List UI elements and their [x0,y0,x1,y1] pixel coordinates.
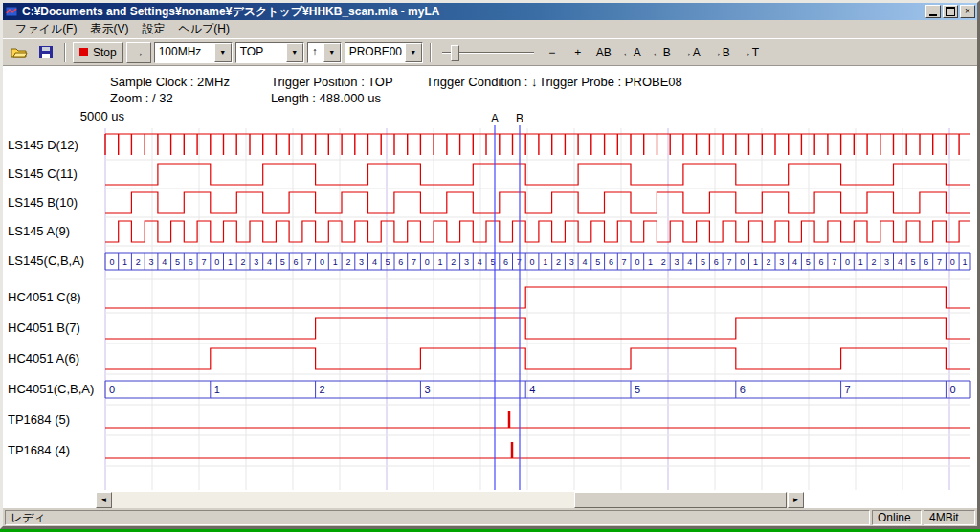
statusbar: レディ Online 4MBit [3,509,977,526]
menu-view[interactable]: 表示(V) [83,19,135,39]
toolbar-separator [64,43,66,62]
status-message: レディ [5,510,870,525]
trigger-edge-value: ↑ [308,43,323,62]
titlebar[interactable]: C:¥Documents and Settings¥noname¥デスクトップ¥… [3,3,977,20]
sample-clock-info: Sample Clock : 2MHz [110,75,230,89]
length-info: Length : 488.000 us [271,91,381,105]
next-marker-a-button[interactable]: →A [678,42,704,63]
sample-clock-value: 100MHz [155,43,214,62]
minimize-button[interactable] [925,5,941,18]
toolbar-separator [430,43,432,62]
window-title: C:¥Documents and Settings¥noname¥デスクトップ¥… [22,4,925,20]
scrollbar-thumb[interactable] [574,492,787,508]
open-button[interactable] [7,42,32,63]
menubar: ファイル(F) 表示(V) 設定 ヘルプ(H) [3,20,977,38]
close-button[interactable]: × [960,5,975,18]
minimize-icon [929,14,937,16]
trigger-position-info: Trigger Position : TOP [271,75,393,89]
maximize-button[interactable] [943,5,958,18]
trigger-probe-value: PROBE00 [345,43,405,62]
prev-marker-a-button[interactable]: ←A [618,42,645,63]
scroll-left-button[interactable]: ◄ [96,492,112,508]
close-icon: × [965,7,970,16]
stop-icon [79,48,88,56]
floppy-icon [39,46,54,59]
sample-clock-select[interactable]: 100MHz ▼ [154,42,233,63]
trigger-condition-info: Trigger Condition : ↓ [426,75,538,89]
waveform-client-area [3,66,977,508]
toolbar: Stop → 100MHz ▼ TOP ▼ ↑ ▼ PROBE00 ▼ − + … [3,38,977,66]
zoom-slider[interactable] [442,43,534,62]
stop-button[interactable]: Stop [73,42,123,63]
status-online: Online [872,510,922,525]
chevron-down-icon[interactable]: ▼ [286,43,303,62]
zoom-in-button[interactable]: + [567,42,590,63]
zoom-slider-thumb[interactable] [451,45,459,61]
menu-settings[interactable]: 設定 [135,19,171,39]
chevron-down-icon[interactable]: ▼ [323,43,341,62]
desktop: C:¥Documents and Settings¥noname¥デスクトップ¥… [0,0,980,532]
scroll-right-icon: ► [792,496,800,504]
chevron-down-icon[interactable]: ▼ [214,43,232,62]
stop-label: Stop [93,46,117,59]
menu-file[interactable]: ファイル(F) [9,19,83,39]
goto-trigger-button[interactable]: →T [737,42,763,63]
run-button[interactable]: → [126,42,151,63]
zoom-out-button[interactable]: − [541,42,564,63]
horizontal-scrollbar[interactable]: ◄ ► [96,492,804,508]
status-memory: 4MBit [924,510,975,525]
trigger-edge-select[interactable]: ↑ ▼ [307,42,342,63]
menu-help[interactable]: ヘルプ(H) [171,19,236,39]
scroll-right-button[interactable]: ► [788,492,804,508]
ab-measure-button[interactable]: AB [592,42,615,63]
maximize-icon [946,7,955,16]
trigger-probe-info: Trigger Probe : PROBE08 [539,75,682,89]
scroll-left-icon: ◄ [100,496,108,504]
chevron-down-icon[interactable]: ▼ [405,43,422,62]
trigger-probe-select[interactable]: PROBE00 ▼ [345,42,423,63]
prev-marker-b-button[interactable]: ←B [648,42,675,63]
folder-open-icon [11,46,28,59]
next-marker-b-button[interactable]: →B [707,42,734,63]
save-button[interactable] [34,42,57,63]
trigger-position-select[interactable]: TOP ▼ [235,42,304,63]
trigger-position-value: TOP [236,43,286,62]
app-icon [5,5,18,18]
zoom-info: Zoom : / 32 [110,91,173,105]
